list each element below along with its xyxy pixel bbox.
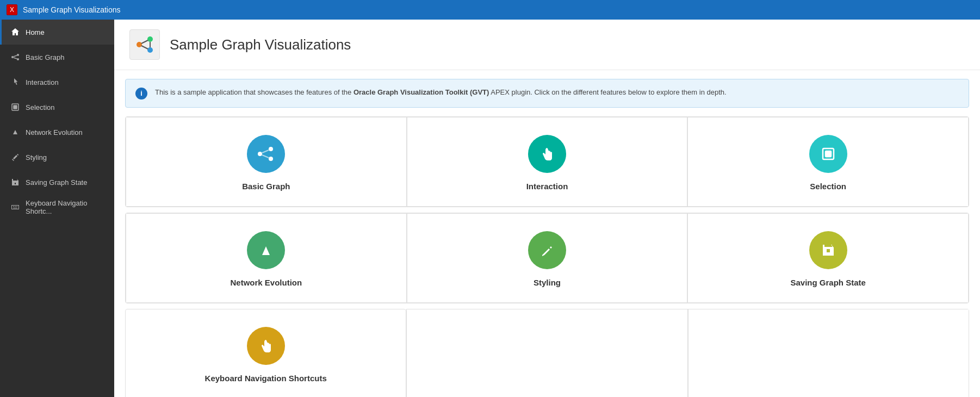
- save-icon: [10, 177, 20, 187]
- card-label-saving-graph-state: Saving Graph State: [790, 278, 865, 287]
- interaction-svg: [538, 145, 556, 163]
- svg-line-17: [262, 150, 269, 153]
- svg-point-16: [269, 157, 273, 161]
- info-banner: i This is a sample application that show…: [125, 79, 969, 108]
- svg-line-11: [141, 40, 148, 44]
- sidebar-label-home: Home: [26, 28, 45, 36]
- svg-point-1: [17, 54, 19, 56]
- sidebar-label-network-evolution: Network Evolution: [26, 128, 83, 137]
- card-label-network-evolution: Network Evolution: [230, 278, 302, 287]
- svg-rect-6: [14, 106, 17, 109]
- svg-point-10: [147, 47, 153, 53]
- card-basic-graph[interactable]: Basic Graph: [126, 117, 407, 207]
- saving-graph-state-icon-circle: [809, 231, 847, 269]
- sidebar-item-keyboard-shortcuts[interactable]: Keyboard Navigatio Shortc...: [0, 195, 114, 220]
- cards-row-3: Keyboard Navigation Shortcuts: [125, 309, 969, 397]
- info-text: This is a sample application that showca…: [155, 87, 727, 98]
- sidebar-label-keyboard: Keyboard Navigatio Shortc...: [26, 199, 106, 215]
- svg-point-15: [269, 147, 273, 151]
- card-label-selection: Selection: [810, 182, 846, 191]
- card-label-basic-graph: Basic Graph: [242, 182, 290, 191]
- card-network-evolution[interactable]: Network Evolution: [126, 213, 407, 303]
- page-header: Sample Graph Visualizations: [114, 20, 980, 70]
- svg-point-9: [147, 36, 153, 42]
- keyboard-shortcuts-icon-circle: [247, 327, 285, 365]
- title-bar-text: Sample Graph Visualizations: [23, 5, 121, 14]
- card-saving-graph-state[interactable]: Saving Graph State: [687, 213, 969, 303]
- sidebar-item-interaction[interactable]: Interaction: [0, 70, 114, 95]
- graph-icon: [10, 52, 20, 62]
- network-icon: [10, 127, 20, 137]
- svg-line-18: [262, 155, 269, 158]
- interaction-icon-circle: [528, 135, 566, 173]
- keyboard-icon: [10, 202, 20, 212]
- svg-point-0: [11, 56, 14, 58]
- card-styling[interactable]: Styling: [407, 213, 688, 303]
- svg-line-4: [14, 58, 17, 59]
- close-button[interactable]: X: [7, 4, 17, 15]
- logo-svg: [134, 34, 156, 55]
- sidebar-item-selection[interactable]: Selection: [0, 95, 114, 120]
- styling-icon-circle: [528, 231, 566, 269]
- svg-line-12: [141, 46, 148, 49]
- interaction-icon: [10, 77, 20, 87]
- sidebar-label-interaction: Interaction: [26, 78, 59, 86]
- svg-marker-7: [13, 130, 17, 134]
- main-content: Sample Graph Visualizations i This is a …: [114, 20, 980, 397]
- sidebar-label-saving: Saving Graph State: [26, 178, 87, 187]
- svg-marker-21: [262, 246, 270, 255]
- keyboard-svg: [257, 337, 275, 355]
- sidebar: Home Basic Graph Interaction: [0, 20, 114, 397]
- network-evolution-svg: [257, 241, 275, 259]
- page-title: Sample Graph Visualizations: [170, 36, 351, 53]
- sidebar-item-styling[interactable]: Styling: [0, 145, 114, 170]
- card-selection[interactable]: Selection: [687, 117, 969, 207]
- cards-row-2: Network Evolution Styling Saving Graph S…: [125, 213, 969, 303]
- home-icon: [10, 27, 20, 37]
- network-evolution-icon-circle: [247, 231, 285, 269]
- basic-graph-icon-circle: [247, 135, 285, 173]
- empty-card-2: [688, 309, 969, 397]
- svg-point-2: [17, 58, 19, 60]
- sidebar-item-basic-graph[interactable]: Basic Graph: [0, 45, 114, 70]
- info-icon: i: [135, 88, 147, 100]
- styling-svg: [538, 241, 556, 259]
- svg-point-8: [137, 42, 142, 47]
- svg-point-14: [258, 152, 262, 156]
- selection-icon: [10, 102, 20, 112]
- styling-icon: [10, 152, 20, 162]
- app-logo: [129, 29, 160, 60]
- app-layout: Home Basic Graph Interaction: [0, 20, 980, 397]
- card-label-keyboard-shortcuts: Keyboard Navigation Shortcuts: [205, 374, 327, 383]
- title-bar: X Sample Graph Visualizations: [0, 0, 980, 20]
- sidebar-item-home[interactable]: Home: [0, 20, 114, 45]
- sidebar-item-saving-graph-state[interactable]: Saving Graph State: [0, 170, 114, 195]
- basic-graph-svg: [257, 145, 275, 163]
- svg-line-3: [14, 55, 17, 57]
- card-label-styling: Styling: [534, 278, 561, 287]
- card-keyboard-shortcuts[interactable]: Keyboard Navigation Shortcuts: [125, 309, 406, 397]
- sidebar-label-basic-graph: Basic Graph: [26, 53, 65, 61]
- sidebar-label-selection: Selection: [26, 103, 54, 111]
- selection-icon-circle: [809, 135, 847, 173]
- sidebar-label-styling: Styling: [26, 153, 47, 162]
- empty-card-1: [406, 309, 687, 397]
- sidebar-item-network-evolution[interactable]: Network Evolution: [0, 120, 114, 145]
- card-label-interaction: Interaction: [526, 182, 568, 191]
- svg-rect-20: [826, 151, 831, 157]
- cards-row-1: Basic Graph Interaction: [125, 116, 969, 207]
- selection-svg: [819, 145, 838, 163]
- saving-svg: [819, 241, 838, 259]
- card-interaction[interactable]: Interaction: [407, 117, 688, 207]
